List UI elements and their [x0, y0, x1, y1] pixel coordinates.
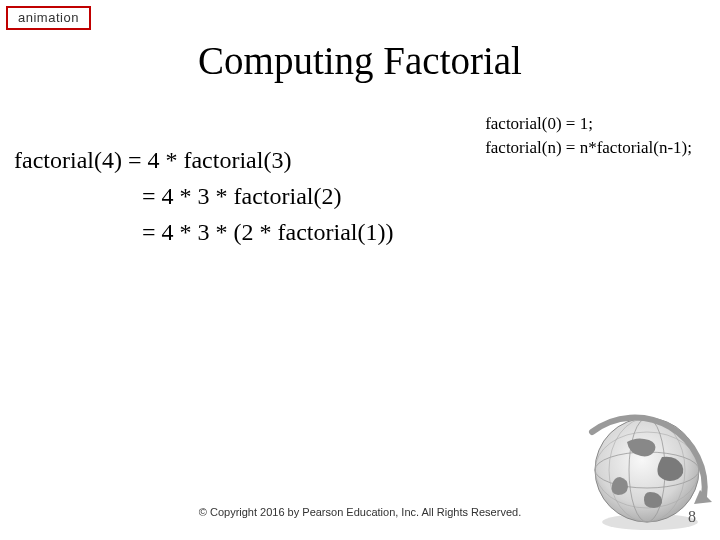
slide-title: Computing Factorial	[0, 38, 720, 83]
step-1: factorial(4) = 4 * factorial(3)	[14, 142, 393, 178]
animation-badge: animation	[6, 6, 91, 30]
rule-recursive-case: factorial(n) = n*factorial(n-1);	[485, 136, 692, 160]
recursion-rules: factorial(0) = 1; factorial(n) = n*facto…	[485, 112, 692, 160]
step-2: = 4 * 3 * factorial(2)	[14, 178, 393, 214]
slide: animation Computing Factorial factorial(…	[0, 0, 720, 540]
expansion-steps: factorial(4) = 4 * factorial(3) = 4 * 3 …	[14, 142, 393, 250]
step-3: = 4 * 3 * (2 * factorial(1))	[14, 214, 393, 250]
copyright-footer: © Copyright 2016 by Pearson Education, I…	[0, 506, 720, 518]
rule-base-case: factorial(0) = 1;	[485, 112, 692, 136]
page-number: 8	[688, 508, 696, 526]
